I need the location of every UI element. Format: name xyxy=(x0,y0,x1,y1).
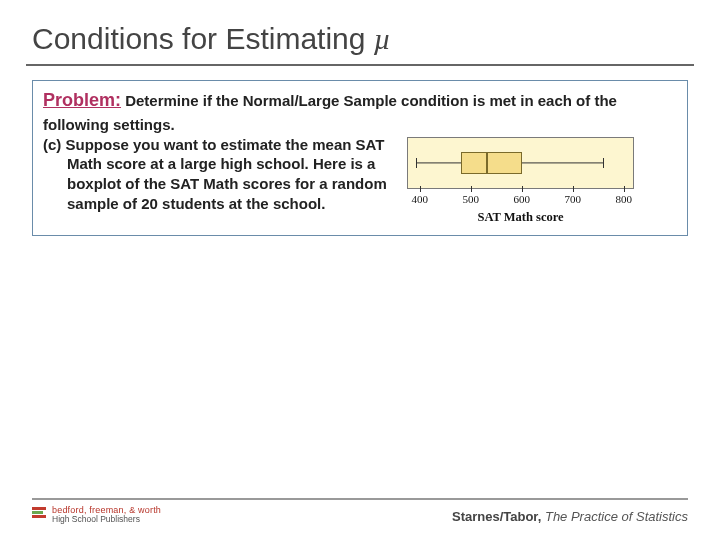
x-axis-label: SAT Math score xyxy=(403,209,638,226)
footer-rule xyxy=(32,498,688,500)
tick xyxy=(522,186,523,192)
median-line xyxy=(486,152,487,174)
tick xyxy=(420,186,421,192)
tick-label: 600 xyxy=(514,192,531,207)
problem-box: Problem: Determine if the Normal/Large S… xyxy=(32,80,688,236)
whisker-left xyxy=(416,162,462,163)
title-text: Conditions for Estimating xyxy=(32,22,366,56)
tick xyxy=(624,186,625,192)
publisher-mark-icon xyxy=(32,506,46,518)
whisker-right xyxy=(522,162,603,163)
slide-title: Conditions for Estimating µ xyxy=(32,22,688,56)
tick-label: 400 xyxy=(412,192,429,207)
part-body-first: Suppose you want to estimate the mean SA… xyxy=(66,136,385,153)
whisker-cap-max xyxy=(603,158,604,168)
problem-body: (c) Suppose you want to estimate the mea… xyxy=(43,135,677,226)
publisher-line2: High School Publishers xyxy=(52,515,161,524)
problem-line2: following settings. xyxy=(43,115,677,135)
footer-row: bedford, freeman, & worth High School Pu… xyxy=(32,506,688,524)
part-label: (c) xyxy=(43,136,66,153)
publisher-logo: bedford, freeman, & worth High School Pu… xyxy=(32,506,161,524)
title-underline xyxy=(26,64,694,66)
problem-intro: Problem: Determine if the Normal/Large S… xyxy=(43,89,677,113)
tick xyxy=(573,186,574,192)
tick-label: 700 xyxy=(565,192,582,207)
attribution: Starnes/Tabor, The Practice of Statistic… xyxy=(452,509,688,524)
iqr-box xyxy=(461,152,522,174)
problem-intro-rest: Determine if the Normal/Large Sample con… xyxy=(121,92,617,109)
boxplot-frame xyxy=(407,137,634,189)
tick xyxy=(471,186,472,192)
title-mu-symbol: µ xyxy=(374,22,391,56)
slide-footer: bedford, freeman, & worth High School Pu… xyxy=(0,498,720,524)
attribution-book: The Practice of Statistics xyxy=(545,509,688,524)
slide: Conditions for Estimating µ Problem: Det… xyxy=(0,0,720,540)
tick-label: 500 xyxy=(463,192,480,207)
tick-label: 800 xyxy=(616,192,633,207)
boxplot-area: 400500600700800 xyxy=(403,135,638,207)
boxplot-figure: 400500600700800 SAT Math score xyxy=(403,135,638,226)
publisher-text: bedford, freeman, & worth High School Pu… xyxy=(52,506,161,524)
part-body-cont: Math score at a large high school. Here … xyxy=(43,154,393,213)
attribution-authors: Starnes/Tabor, xyxy=(452,509,541,524)
x-axis: 400500600700800 xyxy=(407,188,634,189)
whisker-cap-min xyxy=(416,158,417,168)
problem-lead: Problem: xyxy=(43,90,121,110)
problem-part-c: (c) Suppose you want to estimate the mea… xyxy=(43,135,393,214)
